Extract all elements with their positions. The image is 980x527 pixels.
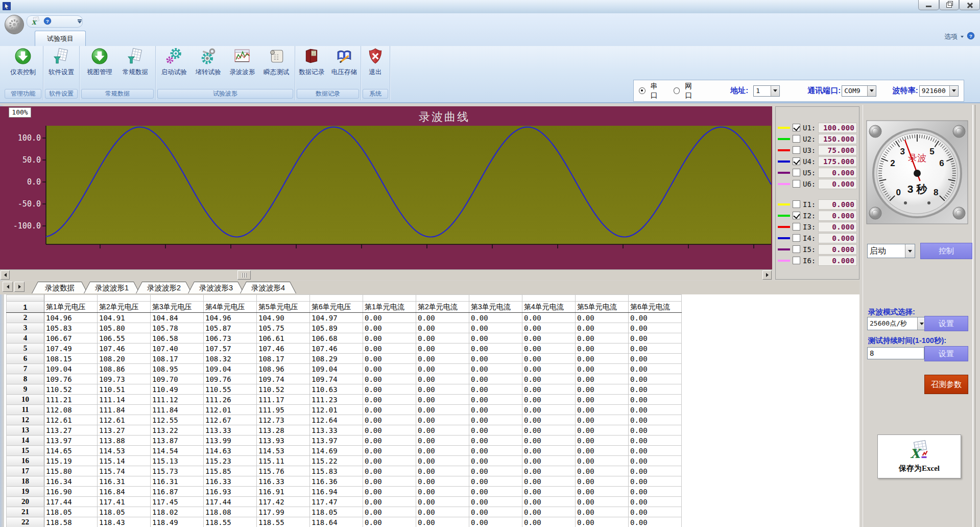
ribbon-button-仪表控制[interactable]: 仪表控制: [7, 48, 39, 77]
column-header[interactable]: 第5单元电流: [576, 302, 629, 313]
row-number-cell[interactable]: 6: [7, 354, 44, 364]
column-header[interactable]: 第5单元电压: [257, 302, 310, 313]
row-number-cell[interactable]: 4: [7, 333, 44, 343]
table-cell[interactable]: 107.46: [257, 343, 310, 354]
table-cell[interactable]: 0.00: [522, 476, 576, 487]
table-cell[interactable]: 114.65: [44, 446, 98, 456]
table-cell[interactable]: 105.80: [98, 323, 151, 333]
table-cell[interactable]: 113.22: [151, 425, 204, 436]
table-cell[interactable]: 0.00: [469, 466, 522, 476]
table-cell[interactable]: 111.84: [151, 405, 204, 415]
table-cell[interactable]: 110.52: [44, 384, 98, 395]
table-cell[interactable]: 0.00: [522, 507, 576, 517]
sheet-tab-录波波形4[interactable]: 录波波形4: [240, 282, 296, 293]
table-cell[interactable]: 118.05: [98, 507, 151, 517]
table-cell[interactable]: 113.97: [310, 436, 363, 446]
ribbon-button-数据记录[interactable]: 数据记录: [296, 48, 327, 77]
table-cell[interactable]: 109.74: [257, 374, 310, 384]
table-cell[interactable]: 118.64: [310, 517, 363, 527]
tab-test-items[interactable]: 试验项目: [35, 31, 86, 47]
table-cell[interactable]: 0.00: [629, 487, 682, 497]
table-cell[interactable]: 116.90: [44, 487, 98, 497]
table-cell[interactable]: 0.00: [522, 466, 576, 476]
table-cell[interactable]: 109.76: [204, 374, 257, 384]
table-cell[interactable]: 0.00: [363, 487, 416, 497]
table-cell[interactable]: 0.00: [469, 497, 522, 507]
scroll-left-button[interactable]: [1, 270, 10, 280]
table-cell[interactable]: 108.32: [204, 354, 257, 364]
scrollbar-thumb[interactable]: [237, 270, 251, 280]
port-select[interactable]: COM9: [842, 85, 876, 97]
table-cell[interactable]: 109.04: [310, 364, 363, 374]
table-cell[interactable]: 112.55: [151, 415, 204, 425]
table-cell[interactable]: 116.31: [98, 476, 151, 487]
save-excel-button[interactable]: X 保存为Excel: [877, 434, 961, 478]
table-cell[interactable]: 0.00: [576, 425, 629, 436]
table-cell[interactable]: 0.00: [363, 415, 416, 425]
table-cell[interactable]: 0.00: [629, 395, 682, 405]
table-cell[interactable]: 104.96: [44, 313, 98, 323]
table-cell[interactable]: 0.00: [522, 343, 576, 354]
ribbon-button-瞬态测试[interactable]: 瞬态测试: [260, 48, 292, 77]
table-cell[interactable]: 0.00: [576, 395, 629, 405]
table-cell[interactable]: 0.00: [576, 405, 629, 415]
row-number-cell[interactable]: 5: [7, 343, 44, 354]
row-number-cell[interactable]: 15: [7, 446, 44, 456]
record-mode-select[interactable]: 25600点/秒: [867, 317, 926, 330]
table-cell[interactable]: 109.04: [204, 364, 257, 374]
table-cell[interactable]: 106.58: [151, 333, 204, 343]
table-cell[interactable]: 0.00: [416, 343, 469, 354]
table-cell[interactable]: 112.01: [310, 405, 363, 415]
table-cell[interactable]: 115.74: [98, 466, 151, 476]
channel-checkbox-U5[interactable]: [793, 169, 800, 176]
data-spreadsheet[interactable]: 1第1单元电压第2单元电压第3单元电压第4单元电压第5单元电压第6单元电压第1单…: [4, 294, 859, 527]
channel-checkbox-U1[interactable]: [793, 124, 800, 131]
table-cell[interactable]: 0.00: [363, 517, 416, 527]
table-cell[interactable]: 105.78: [151, 323, 204, 333]
table-cell[interactable]: 112.61: [44, 415, 98, 425]
table-cell[interactable]: 0.00: [469, 425, 522, 436]
table-cell[interactable]: 0.00: [469, 343, 522, 354]
tabs-scroll-left-button[interactable]: [3, 282, 13, 292]
table-cell[interactable]: 106.68: [310, 333, 363, 343]
table-cell[interactable]: 0.00: [576, 343, 629, 354]
sheet-tab-录波波形1[interactable]: 录波波形1: [84, 282, 140, 293]
table-cell[interactable]: 0.00: [629, 354, 682, 364]
row-number-cell[interactable]: 10: [7, 395, 44, 405]
table-cell[interactable]: 0.00: [469, 476, 522, 487]
column-header[interactable]: 第3单元电流: [469, 302, 522, 313]
table-cell[interactable]: 111.21: [44, 395, 98, 405]
ribbon-button-退出[interactable]: 退出: [361, 48, 390, 77]
table-cell[interactable]: 0.00: [576, 384, 629, 395]
table-cell[interactable]: 113.97: [44, 436, 98, 446]
table-cell[interactable]: 0.00: [522, 395, 576, 405]
app-icon[interactable]: [3, 2, 11, 10]
action-select[interactable]: 启动: [867, 244, 915, 258]
table-cell[interactable]: 0.00: [469, 333, 522, 343]
sheet-tab-录波数据[interactable]: 录波数据: [32, 282, 88, 293]
table-cell[interactable]: 0.00: [629, 446, 682, 456]
table-cell[interactable]: 105.87: [204, 323, 257, 333]
table-cell[interactable]: 117.45: [151, 497, 204, 507]
table-cell[interactable]: 0.00: [629, 456, 682, 466]
table-cell[interactable]: 104.84: [151, 313, 204, 323]
restore-button[interactable]: [939, 0, 959, 10]
table-cell[interactable]: 115.85: [204, 466, 257, 476]
table-cell[interactable]: 114.53: [257, 446, 310, 456]
table-cell[interactable]: 110.52: [257, 384, 310, 395]
table-cell[interactable]: 0.00: [469, 415, 522, 425]
channel-checkbox-U4[interactable]: [793, 157, 800, 165]
column-header[interactable]: 第1单元电压: [44, 302, 98, 313]
table-cell[interactable]: 115.23: [204, 456, 257, 466]
table-cell[interactable]: 0.00: [629, 415, 682, 425]
channel-checkbox-I2[interactable]: [793, 212, 800, 219]
table-cell[interactable]: 113.33: [204, 425, 257, 436]
table-cell[interactable]: 113.99: [204, 436, 257, 446]
set-duration-button[interactable]: 设置: [924, 346, 968, 361]
row-number-cell[interactable]: 8: [7, 374, 44, 384]
address-select[interactable]: 1: [753, 85, 780, 97]
table-cell[interactable]: 118.08: [204, 507, 257, 517]
table-cell[interactable]: 109.70: [151, 374, 204, 384]
table-cell[interactable]: 0.00: [416, 323, 469, 333]
column-header[interactable]: 第2单元电压: [98, 302, 151, 313]
